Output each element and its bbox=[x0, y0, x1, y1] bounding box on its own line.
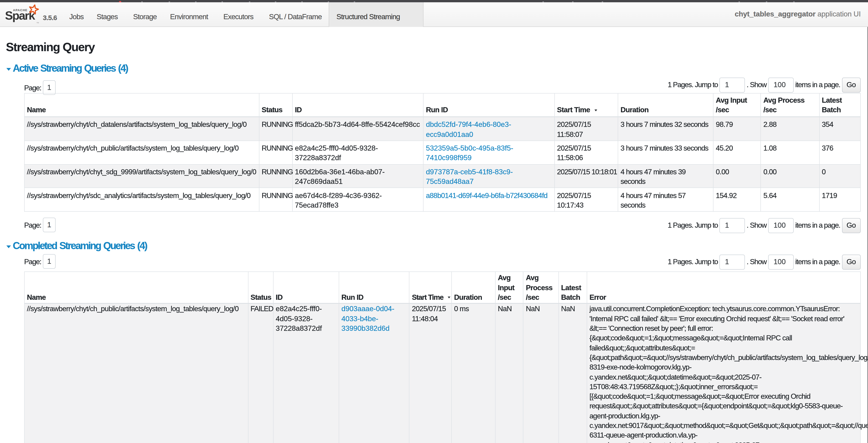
svg-text:TM: TM bbox=[36, 22, 39, 24]
